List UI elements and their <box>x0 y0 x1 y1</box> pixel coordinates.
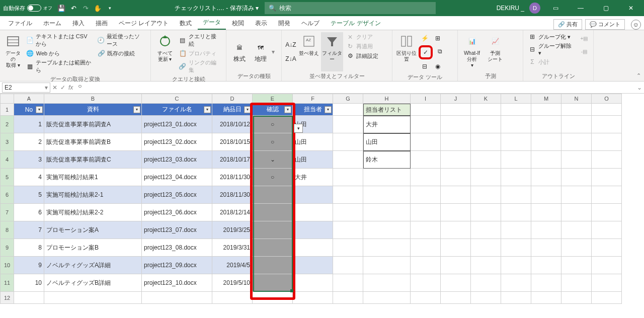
cell[interactable] <box>333 104 363 116</box>
col-header[interactable]: I <box>411 94 441 104</box>
cell[interactable] <box>561 104 592 116</box>
minimize-icon[interactable]: — <box>571 0 591 16</box>
list-cell[interactable] <box>363 186 411 204</box>
cell[interactable] <box>441 274 471 292</box>
from-web-button[interactable]: 🌐Web から <box>24 49 94 58</box>
autosave-toggle[interactable]: 自動保存 オフ <box>3 5 52 12</box>
cell-no[interactable]: 7 <box>14 221 44 239</box>
qat-more-icon[interactable]: ▾ <box>106 4 114 12</box>
cell-person[interactable] <box>293 186 333 204</box>
from-text-csv-button[interactable]: 📄テキストまたは CSV から <box>24 32 94 48</box>
cell[interactable] <box>501 204 531 221</box>
filter-dropdown-icon[interactable]: ▾ <box>244 106 251 113</box>
cell[interactable] <box>592 186 622 204</box>
touch-mode-icon[interactable]: ✋ <box>94 4 102 12</box>
data-model-icon[interactable]: ◉ <box>432 60 444 72</box>
from-table-button[interactable]: ▦テーブルまたは範囲から <box>24 58 94 74</box>
filter-button[interactable]: フィルター <box>321 32 343 71</box>
cell[interactable] <box>592 257 622 274</box>
cell[interactable] <box>471 186 501 204</box>
cell[interactable] <box>411 116 441 133</box>
row-header[interactable]: 1 <box>0 104 14 116</box>
cell[interactable] <box>441 292 471 304</box>
validation-dropdown-icon[interactable]: ▾ <box>294 124 303 133</box>
cell[interactable] <box>441 104 471 116</box>
share-button[interactable]: 🔗 共有 <box>553 19 582 30</box>
cell-file[interactable]: project123_08.docx <box>142 239 212 257</box>
tab-page-layout[interactable]: ページ レイアウト <box>114 17 174 30</box>
col-header[interactable]: H <box>363 94 411 104</box>
stocks-button[interactable]: 🏛株式 <box>229 40 250 64</box>
cell-person[interactable] <box>293 204 333 221</box>
tab-view[interactable]: 表示 <box>250 17 272 30</box>
cell[interactable] <box>333 133 363 151</box>
cell-check[interactable] <box>253 186 293 204</box>
cell-date[interactable]: 2018/12/14 <box>212 204 253 221</box>
tab-table-design[interactable]: テーブル デザイン <box>326 17 385 30</box>
cell[interactable] <box>501 257 531 274</box>
table-header-cell[interactable]: 担当者▾ <box>293 104 333 116</box>
table-header-cell[interactable]: 確認▾ <box>253 104 293 116</box>
remove-duplicates-icon[interactable]: ⊟ <box>419 60 431 72</box>
properties-button[interactable]: 📋プロパティ <box>177 49 223 58</box>
cell-person[interactable] <box>293 239 333 257</box>
cell[interactable] <box>592 204 622 221</box>
col-header[interactable]: C <box>142 94 212 104</box>
cell-check[interactable]: ⌄ <box>253 151 293 169</box>
cell[interactable] <box>44 292 142 304</box>
cell[interactable] <box>561 116 592 133</box>
group-button[interactable]: ⊞グループ化 ▾ <box>526 32 577 41</box>
cell[interactable] <box>531 116 561 133</box>
list-cell[interactable] <box>363 257 411 274</box>
filter-dropdown-icon[interactable]: ▾ <box>36 106 43 113</box>
row-header[interactable]: 4 <box>0 151 14 169</box>
cell[interactable] <box>333 169 363 186</box>
cell[interactable] <box>592 133 622 151</box>
text-to-columns-button[interactable]: 区切り位置 <box>395 32 418 72</box>
tab-data[interactable]: データ <box>198 16 226 30</box>
cell-no[interactable]: 3 <box>14 151 44 169</box>
flash-fill-icon[interactable]: ⚡ <box>419 32 431 44</box>
expand-formula-bar-icon[interactable]: ⌄ <box>637 84 642 91</box>
save-icon[interactable]: 💾 <box>57 4 65 12</box>
cell[interactable] <box>333 257 363 274</box>
cell[interactable] <box>471 274 501 292</box>
cell[interactable] <box>471 116 501 133</box>
cell[interactable] <box>471 104 501 116</box>
sort-desc-icon[interactable]: Z↓A <box>285 53 297 65</box>
filter-dropdown-icon[interactable]: ▾ <box>204 106 211 113</box>
avatar[interactable]: D <box>529 3 540 14</box>
tab-insert[interactable]: 挿入 <box>67 17 90 30</box>
list-cell[interactable] <box>363 204 411 221</box>
cell[interactable] <box>561 292 592 304</box>
col-header[interactable]: E <box>253 94 293 104</box>
tab-draw[interactable]: 描画 <box>91 17 113 30</box>
cell[interactable] <box>592 169 622 186</box>
cell-date[interactable]: 2019/4/5 <box>212 257 253 274</box>
relationships-icon[interactable]: ⧉ <box>434 45 446 57</box>
col-header[interactable]: B <box>44 94 142 104</box>
cell[interactable] <box>592 104 622 116</box>
cell[interactable] <box>501 116 531 133</box>
tab-formulas[interactable]: 数式 <box>175 17 197 30</box>
maximize-icon[interactable]: ▢ <box>596 0 616 16</box>
col-header[interactable]: J <box>441 94 471 104</box>
cell-check[interactable] <box>253 239 293 257</box>
cell-doc[interactable]: 販売促進事業事前調査C <box>44 151 142 169</box>
ribbon-display-icon[interactable]: ▭ <box>545 0 566 16</box>
cell[interactable] <box>441 133 471 151</box>
cell[interactable] <box>441 221 471 239</box>
cell-file[interactable]: project123_02.docx <box>142 133 212 151</box>
cell[interactable] <box>471 169 501 186</box>
cell[interactable] <box>333 274 363 292</box>
tab-help[interactable]: ヘルプ <box>296 17 325 30</box>
cell-doc[interactable]: 実施可能検討結果2-2 <box>44 204 142 221</box>
cell[interactable] <box>441 257 471 274</box>
cell-doc[interactable]: プロモーション案B <box>44 239 142 257</box>
cell[interactable] <box>501 221 531 239</box>
cell-file[interactable]: project123_10.docx <box>142 274 212 292</box>
table-header-cell[interactable]: ファイル名▾ <box>142 104 212 116</box>
row-header[interactable]: 2 <box>0 116 14 133</box>
cell[interactable] <box>441 116 471 133</box>
cell-date[interactable]: 2019/3/25 <box>212 221 253 239</box>
